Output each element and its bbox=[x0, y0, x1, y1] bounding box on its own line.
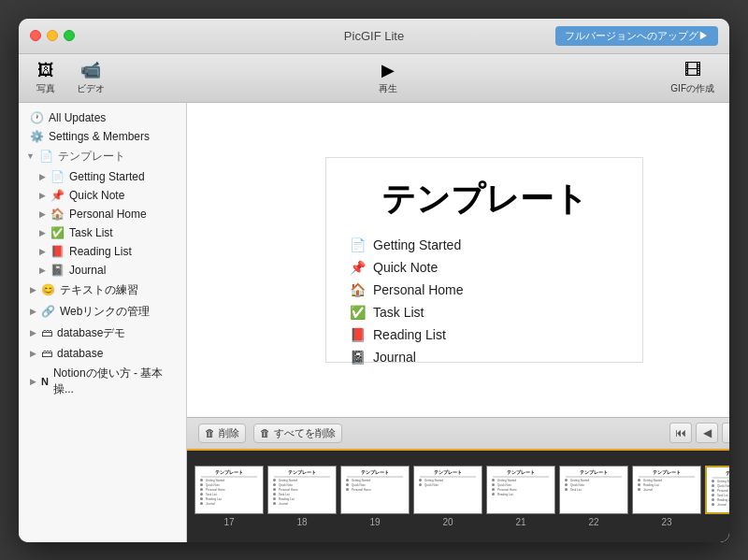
minimize-button[interactable] bbox=[47, 30, 58, 41]
sidebar-item-database-demo[interactable]: ▶ 🗃 databaseデモ bbox=[19, 323, 186, 344]
play-tool[interactable]: ▶ 再生 bbox=[376, 60, 400, 95]
preview-item-6: 📓 Journal bbox=[349, 348, 620, 366]
photo-tool[interactable]: 🖼 写真 bbox=[34, 60, 58, 95]
video-tool[interactable]: 📹 ビデオ bbox=[77, 60, 105, 95]
preview-item-1: 📄 Getting Started bbox=[349, 236, 620, 254]
sidebar-item-reading-list[interactable]: ▶ 📕 Reading List bbox=[19, 242, 186, 261]
sidebar: 🕐 All Updates ⚙️ Settings & Members ▼ 📄 … bbox=[19, 103, 187, 542]
delete-all-button[interactable]: 🗑 すべてを削除 bbox=[253, 424, 342, 443]
main-toolbar: 🖼 写真 📹 ビデオ ▶ 再生 🎞 GIFの作成 bbox=[19, 54, 729, 103]
frame-thumbnail: テンプレート Getting Started Quick Note Person… bbox=[194, 466, 264, 514]
title-bar: PicGIF Lite フルバージョンへのアップグ▶ bbox=[19, 19, 729, 54]
sidebar-item-label: Notionの使い方 - 基本操... bbox=[53, 366, 179, 397]
chevron-right-icon: ▶ bbox=[30, 377, 36, 386]
chevron-right-icon: ▶ bbox=[30, 285, 36, 294]
film-frame-17[interactable]: テンプレート Getting Started Quick Note Person… bbox=[194, 466, 264, 527]
nav-first-button[interactable]: ⏮ bbox=[669, 423, 692, 443]
bottom-toolbar: 🗑 削除 🗑 すべてを削除 ⏮ ◀ ▶ ⏭ bbox=[187, 417, 729, 449]
sidebar-item-web-links[interactable]: ▶ 🔗 Webリンクの管理 bbox=[19, 301, 186, 323]
sidebar-item-label: Reading List bbox=[69, 245, 132, 258]
sidebar-item-notion-basics[interactable]: ▶ N Notionの使い方 - 基本操... bbox=[19, 363, 186, 400]
frame-number: 18 bbox=[296, 517, 307, 527]
preview-item-2: 📌 Quick Note bbox=[349, 258, 620, 277]
photo-icon: 🖼 bbox=[34, 60, 58, 80]
item-label: Journal bbox=[373, 350, 416, 365]
frame-thumbnail: テンプレート Getting Started Quick Note Person… bbox=[340, 466, 410, 514]
fullscreen-button[interactable] bbox=[64, 30, 75, 41]
gear-icon: ⚙️ bbox=[30, 130, 44, 143]
sidebar-item-quick-note[interactable]: ▶ 📌 Quick Note bbox=[19, 186, 186, 205]
preview-item-4: ✅ Task List bbox=[349, 303, 620, 322]
frame-number: 22 bbox=[588, 517, 598, 527]
nav-prev-button[interactable]: ◀ bbox=[696, 423, 718, 443]
sidebar-item-templates[interactable]: ▼ 📄 テンプレート bbox=[19, 146, 186, 167]
book-icon: 📕 bbox=[50, 245, 65, 258]
page-icon: 📄 bbox=[50, 170, 65, 183]
sidebar-item-label: database bbox=[57, 347, 103, 360]
home-icon: 🏠 bbox=[349, 282, 366, 297]
item-label: Quick Note bbox=[373, 260, 438, 275]
item-label: Getting Started bbox=[373, 237, 461, 252]
film-strip: テンプレート Getting Started Quick Note Person… bbox=[187, 449, 729, 542]
sidebar-item-settings[interactable]: ⚙️ Settings & Members bbox=[19, 127, 186, 146]
gif-icon: 🎞 bbox=[681, 60, 705, 80]
sidebar-item-label: Webリンクの管理 bbox=[60, 304, 150, 320]
frame-thumbnail: テンプレート Getting Started Reading List Jour… bbox=[632, 466, 701, 514]
sidebar-item-label: databaseデモ bbox=[57, 325, 125, 341]
link-icon: 🔗 bbox=[41, 305, 55, 318]
sidebar-item-text-practice[interactable]: ▶ 😊 テキストの練習 bbox=[19, 280, 186, 301]
film-frame-19[interactable]: テンプレート Getting Started Quick Note Person… bbox=[340, 466, 410, 527]
sidebar-item-label: Journal bbox=[69, 264, 106, 277]
home-icon: 🏠 bbox=[50, 208, 65, 221]
frame-number: 17 bbox=[223, 517, 234, 527]
frame-thumbnail: テンプレート Getting Started Quick Note Person… bbox=[486, 466, 555, 514]
delete-button[interactable]: 🗑 削除 bbox=[198, 424, 246, 443]
sidebar-item-task-list[interactable]: ▶ ✅ Task List bbox=[19, 223, 186, 242]
sidebar-item-journal[interactable]: ▶ 📓 Journal bbox=[19, 261, 186, 280]
sidebar-item-getting-started[interactable]: ▶ 📄 Getting Started bbox=[19, 167, 186, 186]
chevron-right-icon: ▶ bbox=[30, 307, 36, 316]
center-panel: テンプレート 📄 Getting Started 📌 Quick Note 🏠 … bbox=[187, 103, 729, 542]
film-frame-22[interactable]: テンプレート Getting Started Quick Note Task L… bbox=[559, 466, 628, 527]
film-frame-21[interactable]: テンプレート Getting Started Quick Note Person… bbox=[486, 466, 555, 527]
sidebar-item-label: テンプレート bbox=[58, 149, 125, 165]
close-button[interactable] bbox=[30, 30, 41, 41]
sidebar-item-personal-home[interactable]: ▶ 🏠 Personal Home bbox=[19, 205, 186, 223]
delete-label: 削除 bbox=[219, 426, 239, 440]
sidebar-item-label: Settings & Members bbox=[49, 130, 150, 143]
chevron-down-icon: ▼ bbox=[26, 151, 35, 161]
check-icon: ✅ bbox=[349, 305, 366, 320]
database2-icon: 🗃 bbox=[41, 347, 52, 360]
trash-all-icon: 🗑 bbox=[260, 427, 270, 438]
sidebar-item-label: Getting Started bbox=[69, 170, 145, 183]
preview-item-3: 🏠 Personal Home bbox=[349, 280, 620, 299]
trash-icon: 🗑 bbox=[205, 427, 215, 438]
film-frame-23[interactable]: テンプレート Getting Started Reading List Jour… bbox=[632, 466, 701, 527]
delete-all-label: すべてを削除 bbox=[274, 426, 336, 440]
database-icon: 🗃 bbox=[41, 326, 52, 339]
play-icon: ▶ bbox=[376, 60, 400, 80]
nav-next-button[interactable]: ▶ bbox=[722, 423, 729, 443]
film-frame-24[interactable]: テンプレート Getting Started Quick Note Person… bbox=[705, 466, 729, 527]
upgrade-button[interactable]: フルバージョンへのアップグ▶ bbox=[555, 26, 718, 46]
chevron-right-icon: ▶ bbox=[30, 349, 36, 358]
gif-label: GIFの作成 bbox=[670, 82, 714, 95]
template-preview: テンプレート 📄 Getting Started 📌 Quick Note 🏠 … bbox=[325, 157, 643, 363]
app-window: PicGIF Lite フルバージョンへのアップグ▶ 🖼 写真 📹 ビデオ ▶ … bbox=[19, 19, 729, 542]
frame-thumbnail: テンプレート Getting Started Quick Note bbox=[413, 466, 482, 514]
chevron-right-icon: ▶ bbox=[39, 191, 46, 200]
sidebar-item-database[interactable]: ▶ 🗃 database bbox=[19, 344, 186, 363]
frame-number: 20 bbox=[442, 517, 453, 527]
film-frame-20[interactable]: テンプレート Getting Started Quick Note 20 bbox=[413, 466, 482, 527]
page-icon: 📄 bbox=[349, 237, 366, 252]
sidebar-item-label: All Updates bbox=[49, 111, 106, 124]
chevron-right-icon: ▶ bbox=[39, 247, 46, 256]
sidebar-item-all-updates[interactable]: 🕐 All Updates bbox=[19, 108, 186, 127]
item-label: Reading List bbox=[373, 327, 446, 342]
sidebar-item-label: Quick Note bbox=[69, 189, 124, 202]
chevron-right-icon: ▶ bbox=[39, 228, 46, 237]
film-frame-18[interactable]: テンプレート Getting Started Quick Note Person… bbox=[267, 466, 337, 527]
photo-label: 写真 bbox=[36, 82, 55, 95]
frame-thumbnail: テンプレート Getting Started Quick Note Task L… bbox=[559, 466, 628, 514]
gif-tool[interactable]: 🎞 GIFの作成 bbox=[670, 60, 714, 95]
